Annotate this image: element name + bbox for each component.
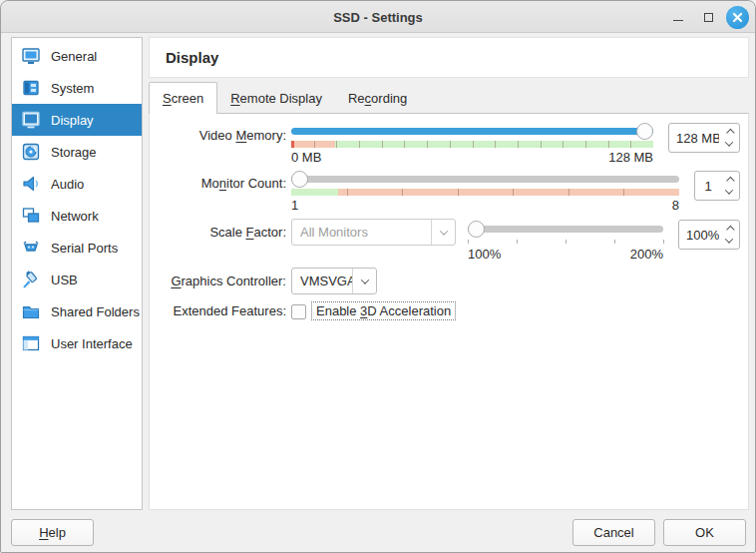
scale-factor-min-label: 100%	[468, 247, 501, 263]
video-memory-slider-track	[291, 128, 653, 135]
settings-window: SSD - Settings General	[0, 0, 756, 553]
spin-down-button[interactable]	[725, 186, 733, 194]
monitor-count-row: Monitor Count: 1 8	[162, 171, 740, 214]
spin-down-button[interactable]	[725, 235, 733, 243]
scale-factor-slider-track	[468, 226, 663, 233]
video-memory-spinbox: 128 MB	[668, 123, 740, 153]
monitor-count-min-label: 1	[291, 198, 298, 214]
sidebar-item-storage[interactable]: Storage	[12, 136, 142, 168]
usb-icon	[20, 269, 42, 290]
maximize-button[interactable]	[696, 5, 720, 29]
scale-factor-monitor-combo: All Monitors	[291, 219, 456, 246]
tabbar: Screen Remote Display Recording	[149, 82, 749, 114]
monitor-count-scale	[291, 189, 679, 196]
sidebar-item-serial-ports[interactable]: Serial Ports	[12, 232, 142, 264]
scale-factor-slider-handle[interactable]	[468, 221, 485, 238]
extended-features-label: Extended Features:	[162, 300, 286, 318]
serial-ports-icon	[20, 237, 42, 259]
page-header: Display	[149, 37, 749, 78]
system-icon	[20, 77, 42, 99]
graphics-controller-row: Graphics Controller: VMSVGA	[162, 268, 740, 294]
network-icon	[20, 205, 42, 227]
monitor-count-spinbox: 1	[694, 171, 740, 201]
shared-folders-icon	[20, 300, 42, 322]
video-memory-min-marker	[291, 141, 294, 148]
enable-3d-acceleration-checkbox-label[interactable]: Enable 3D Acceleration	[312, 302, 455, 319]
video-memory-max-label: 128 MB	[608, 150, 653, 166]
scale-factor-monitor-value: All Monitors	[292, 225, 431, 240]
scale-factor-max-label: 200%	[630, 247, 663, 263]
video-memory-label: Video Memory:	[162, 123, 286, 143]
scale-factor-spin-buttons	[719, 221, 739, 249]
video-memory-slider-handle[interactable]	[636, 123, 653, 140]
spin-up-button[interactable]	[726, 128, 734, 136]
settings-category-list: General System Display Storage	[11, 37, 143, 510]
sidebar-item-label: Shared Folders	[51, 304, 140, 319]
page-title: Display	[166, 49, 218, 66]
monitor-count-max-label: 8	[672, 198, 679, 214]
sidebar-item-shared-folders[interactable]: Shared Folders	[12, 295, 142, 327]
sidebar-item-usb[interactable]: USB	[12, 264, 142, 295]
sidebar-item-audio[interactable]: Audio	[12, 168, 142, 200]
audio-icon	[20, 173, 42, 195]
sidebar-item-label: Network	[51, 209, 99, 224]
enable-3d-acceleration-checkbox[interactable]	[291, 304, 306, 319]
monitor-count-value[interactable]: 1	[695, 179, 719, 194]
tab-recording[interactable]: Recording	[335, 83, 420, 114]
minimize-icon	[673, 20, 683, 21]
extended-features-row: Extended Features: Enable 3D Acceleratio…	[162, 300, 740, 319]
graphics-controller-combo[interactable]: VMSVGA	[291, 268, 377, 294]
scale-factor-range-labels: 100% 200%	[468, 247, 663, 263]
scale-factor-value[interactable]: 100%	[679, 228, 719, 243]
sidebar-item-user-interface[interactable]: User Interface	[12, 327, 142, 359]
dialog-button-bar: Help Cancel OK	[1, 510, 756, 553]
cancel-button[interactable]: Cancel	[572, 519, 655, 546]
sidebar-item-label: Audio	[51, 177, 84, 192]
window-title: SSD - Settings	[1, 1, 755, 33]
monitor-count-slider-handle[interactable]	[291, 171, 308, 188]
video-memory-slider[interactable]	[291, 123, 653, 140]
scale-factor-slider[interactable]	[468, 221, 663, 238]
combo-dropdown-arrow	[352, 269, 376, 293]
sidebar-item-general[interactable]: General	[12, 40, 142, 72]
video-memory-scale	[291, 141, 653, 148]
spin-up-button[interactable]	[726, 176, 734, 184]
video-memory-spin-buttons	[719, 124, 739, 152]
sidebar-item-display[interactable]: Display	[12, 104, 142, 136]
dialog-body: General System Display Storage	[1, 33, 755, 553]
tab-remote-display[interactable]: Remote Display	[217, 83, 335, 114]
close-button[interactable]	[726, 6, 749, 29]
sidebar-item-label: General	[51, 49, 97, 64]
user-interface-icon	[20, 332, 42, 354]
help-button[interactable]: Help	[11, 519, 94, 546]
scale-factor-label: Scale Factor:	[162, 219, 286, 240]
window-controls	[666, 1, 749, 33]
maximize-icon	[704, 13, 713, 22]
sidebar-item-system[interactable]: System	[12, 72, 142, 104]
sidebar-item-label: User Interface	[51, 336, 133, 351]
video-memory-min-label: 0 MB	[291, 150, 321, 166]
sidebar-item-label: USB	[51, 273, 78, 287]
sidebar-item-label: Display	[51, 113, 94, 128]
spin-down-button[interactable]	[725, 138, 733, 146]
spin-up-button[interactable]	[726, 225, 734, 233]
video-memory-value[interactable]: 128 MB	[669, 131, 719, 146]
sidebar-item-network[interactable]: Network	[12, 200, 142, 232]
minimize-button[interactable]	[666, 5, 690, 29]
display-icon	[20, 109, 42, 131]
monitor-count-slider[interactable]	[291, 171, 679, 188]
video-memory-range-labels: 0 MB 128 MB	[291, 150, 653, 166]
screen-tab-panel: Video Memory: 0 MB	[149, 113, 749, 510]
monitor-count-range-labels: 1 8	[291, 198, 679, 214]
video-memory-row: Video Memory: 0 MB	[162, 123, 740, 166]
monitor-count-slider-track	[291, 176, 679, 183]
sidebar-item-label: Serial Ports	[51, 241, 118, 256]
monitor-count-spin-buttons	[719, 172, 739, 200]
monitor-count-label: Monitor Count:	[162, 171, 286, 191]
scale-factor-row: Scale Factor: All Monitors 1	[162, 219, 740, 263]
graphics-controller-value: VMSVGA	[292, 274, 352, 288]
tab-screen[interactable]: Screen	[149, 82, 217, 114]
ok-button[interactable]: OK	[663, 519, 746, 546]
titlebar[interactable]: SSD - Settings	[1, 1, 755, 33]
combo-dropdown-arrow	[431, 220, 455, 245]
